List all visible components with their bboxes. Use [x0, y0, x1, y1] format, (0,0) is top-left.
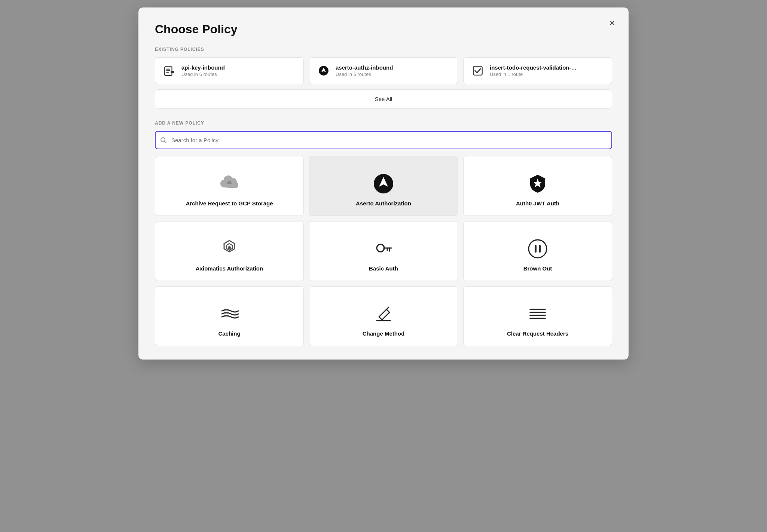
new-policy-card-5[interactable]: Brown Out — [463, 221, 612, 281]
search-container — [155, 131, 612, 149]
choose-policy-modal: Choose Policy × EXISTING POLICIES api-ke… — [138, 7, 629, 360]
pause-icon — [527, 238, 548, 259]
existing-policy-card-0[interactable]: api-key-inbound Used in 6 routes — [155, 57, 304, 84]
existing-policies-grid: api-key-inbound Used in 6 routes aserto-… — [155, 57, 612, 84]
svg-line-22 — [386, 307, 389, 309]
new-policy-name-8: Clear Request Headers — [507, 330, 568, 337]
new-policy-name-6: Caching — [218, 330, 240, 337]
key-icon — [373, 238, 394, 259]
new-policy-card-7[interactable]: Change Method — [309, 286, 458, 346]
new-policy-card-0[interactable]: Archive Request to GCP Storage — [155, 156, 304, 216]
aserto-large-icon — [373, 173, 394, 194]
svg-marker-13 — [228, 246, 231, 250]
new-policy-card-1[interactable]: Aserto Authorization — [309, 156, 458, 216]
new-policy-name-1: Aserto Authorization — [356, 200, 411, 207]
aserto-small-icon — [317, 65, 330, 76]
new-policy-card-2[interactable]: Auth0 JWT Auth — [463, 156, 612, 216]
see-all-button[interactable]: See All — [155, 89, 612, 108]
svg-rect-20 — [539, 245, 541, 253]
checkbox-icon — [471, 65, 485, 76]
existing-policy-meta-2: Used in 1 route — [490, 71, 577, 77]
api-key-icon — [163, 65, 176, 76]
svg-rect-4 — [171, 71, 174, 73]
svg-rect-19 — [535, 245, 537, 253]
new-policy-name-0: Archive Request to GCP Storage — [186, 200, 273, 207]
existing-policy-name-2: insert-todo-request-validation-… — [490, 64, 577, 71]
new-policy-card-3[interactable]: Axiomatics Authorization — [155, 221, 304, 281]
existing-policy-card-2[interactable]: insert-todo-request-validation-… Used in… — [463, 57, 612, 84]
svg-line-8 — [165, 141, 166, 143]
add-policy-section: ADD A NEW POLICY — [155, 120, 612, 346]
existing-policy-text-1: aserto-authz-inbound Used in 6 routes — [336, 64, 393, 77]
svg-point-18 — [529, 240, 547, 258]
new-policy-name-4: Basic Auth — [369, 265, 398, 272]
new-policy-name-2: Auth0 JWT Auth — [516, 200, 559, 207]
modal-overlay: Choose Policy × EXISTING POLICIES api-ke… — [0, 0, 767, 532]
existing-policy-text-2: insert-todo-request-validation-… Used in… — [490, 64, 577, 77]
axiomatics-icon — [219, 238, 240, 259]
new-policy-name-5: Brown Out — [523, 265, 552, 272]
close-button[interactable]: × — [609, 18, 615, 28]
search-icon — [160, 137, 167, 144]
wind-icon — [219, 303, 240, 324]
existing-policy-text-0: api-key-inbound Used in 6 routes — [181, 64, 225, 77]
new-policy-name-7: Change Method — [363, 330, 405, 337]
existing-policy-name-1: aserto-authz-inbound — [336, 64, 393, 71]
add-policy-label: ADD A NEW POLICY — [155, 120, 612, 126]
lines-icon — [527, 303, 548, 324]
new-policy-grid: Archive Request to GCP Storage Aserto Au… — [155, 156, 612, 346]
existing-policy-meta-1: Used in 6 routes — [336, 71, 393, 77]
new-policy-card-6[interactable]: Caching — [155, 286, 304, 346]
pencil-icon — [373, 303, 394, 324]
existing-policy-meta-0: Used in 6 routes — [181, 71, 225, 77]
new-policy-card-8[interactable]: Clear Request Headers — [463, 286, 612, 346]
existing-policy-name-0: api-key-inbound — [181, 64, 225, 71]
search-input[interactable] — [155, 131, 612, 149]
existing-policies-label: EXISTING POLICIES — [155, 47, 612, 52]
modal-title: Choose Policy — [155, 22, 612, 36]
existing-policy-card-1[interactable]: aserto-authz-inbound Used in 6 routes — [309, 57, 458, 84]
new-policy-card-4[interactable]: Basic Auth — [309, 221, 458, 281]
auth0-icon — [527, 173, 548, 194]
new-policy-name-3: Axiomatics Authorization — [196, 265, 263, 272]
cloud-icon — [219, 173, 240, 194]
